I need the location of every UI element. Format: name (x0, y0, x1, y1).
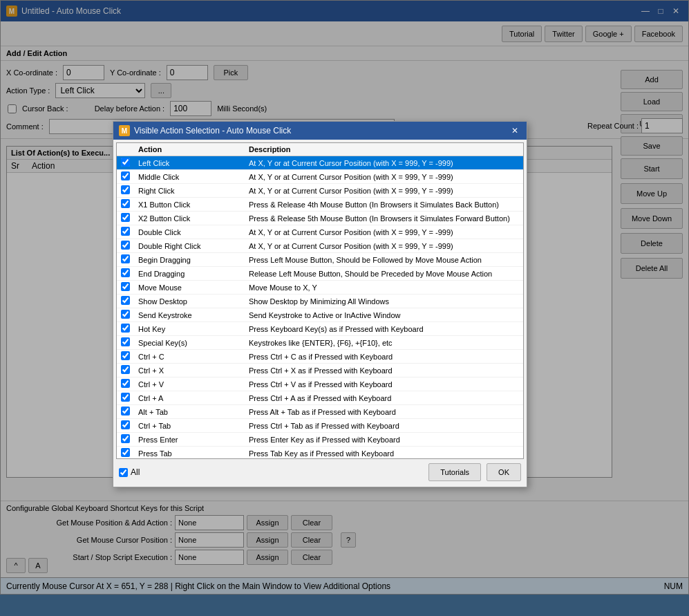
table-row[interactable]: Press TabPress Tab Key as if Pressed wit… (117, 447, 523, 460)
row-description: Press Left Mouse Button, Should be Follo… (245, 253, 523, 267)
row-description: Show Desktop by Minimizing All Windows (245, 295, 523, 308)
row-description: At X, Y or at Current Cursor Position (w… (245, 170, 523, 184)
table-row[interactable]: Ctrl + VPress Ctrl + V as if Pressed wit… (117, 377, 523, 391)
table-row[interactable]: End DraggingRelease Left Mouse Button, S… (117, 267, 523, 281)
row-checkbox[interactable] (121, 337, 130, 346)
row-checkbox[interactable] (121, 407, 130, 416)
modal-title-bar: M Visible Action Selection - Auto Mouse … (113, 122, 527, 140)
table-row[interactable]: Ctrl + APress Ctrl + A as if Pressed wit… (117, 391, 523, 405)
row-checkbox[interactable] (121, 379, 130, 388)
row-description: Move Mouse to X, Y (245, 281, 523, 295)
modal-footer-right: Tutorials OK (428, 463, 521, 481)
row-checkbox[interactable] (121, 158, 130, 167)
row-checkbox[interactable] (121, 365, 130, 374)
row-action: X1 Button Click (134, 198, 245, 212)
row-checkbox[interactable] (121, 282, 130, 291)
row-description: Keystrokes like {ENTER}, {F6}, +{F10}, e… (245, 336, 523, 350)
row-description: Press Ctrl + C as if Pressed with Keyboa… (245, 350, 523, 364)
row-description: Press Ctrl + Tab as if Pressed with Keyb… (245, 419, 523, 433)
row-description: Press & Release 4th Mouse Button (In Bro… (245, 198, 523, 212)
table-row[interactable]: Hot KeyPress Keyboard Key(s) as if Press… (117, 322, 523, 336)
table-row[interactable]: Ctrl + TabPress Ctrl + Tab as if Pressed… (117, 419, 523, 433)
row-description: Release Left Mouse Button, Should be Pre… (245, 267, 523, 281)
modal-close-button[interactable]: ✕ (509, 124, 521, 137)
row-checkbox[interactable] (121, 393, 130, 402)
row-action: Alt + Tab (134, 405, 245, 419)
modal-body: Action Description Left ClickAt X, Y or … (113, 140, 527, 487)
table-row[interactable]: Press EnterPress Enter Key as if Pressed… (117, 433, 523, 447)
row-action: Double Right Click (134, 239, 245, 253)
row-action: Hot Key (134, 322, 245, 336)
table-row[interactable]: Double Right ClickAt X, Y or at Current … (117, 239, 523, 253)
row-description: Press Keyboard Key(s) as if Pressed with… (245, 322, 523, 336)
table-row[interactable]: X1 Button ClickPress & Release 4th Mouse… (117, 198, 523, 212)
table-row[interactable]: Show DesktopShow Desktop by Minimizing A… (117, 295, 523, 308)
row-checkbox[interactable] (121, 227, 130, 236)
row-action: Middle Click (134, 170, 245, 184)
th-description: Description (245, 143, 523, 156)
row-description: At X, Y or at Current Cursor Position (w… (245, 184, 523, 198)
row-action: Begin Dragging (134, 253, 245, 267)
modal-table: Action Description Left ClickAt X, Y or … (117, 143, 523, 459)
row-checkbox[interactable] (121, 213, 130, 222)
modal-title: Visible Action Selection - Auto Mouse Cl… (134, 126, 291, 136)
row-description: Press Ctrl + V as if Pressed with Keyboa… (245, 377, 523, 391)
row-description: At X, Y or at Current Cursor Position (w… (245, 156, 523, 170)
row-checkbox[interactable] (121, 268, 130, 277)
row-checkbox[interactable] (121, 254, 130, 263)
modal-icon: M (119, 125, 130, 136)
row-action: Double Click (134, 225, 245, 239)
row-action: Ctrl + X (134, 364, 245, 377)
row-action: Show Desktop (134, 295, 245, 308)
row-action: Move Mouse (134, 281, 245, 295)
table-row[interactable]: Ctrl + XPress Ctrl + X as if Pressed wit… (117, 364, 523, 377)
row-action: Press Enter (134, 433, 245, 447)
row-action: Press Tab (134, 447, 245, 460)
row-description: Send Keystroke to Active or InActive Win… (245, 308, 523, 322)
row-action: Left Click (134, 156, 245, 170)
table-row[interactable]: Double ClickAt X, Y or at Current Cursor… (117, 225, 523, 239)
row-checkbox[interactable] (121, 241, 130, 250)
table-row[interactable]: X2 Button ClickPress & Release 5th Mouse… (117, 212, 523, 225)
row-action: Ctrl + Tab (134, 419, 245, 433)
table-row[interactable]: Ctrl + CPress Ctrl + C as if Pressed wit… (117, 350, 523, 364)
row-checkbox[interactable] (121, 448, 130, 457)
table-row[interactable]: Left ClickAt X, Y or at Current Cursor P… (117, 156, 523, 170)
row-description: Press Ctrl + X as if Pressed with Keyboa… (245, 364, 523, 377)
row-description: Press Alt + Tab as if Pressed with Keybo… (245, 405, 523, 419)
table-row[interactable]: Move MouseMove Mouse to X, Y (117, 281, 523, 295)
modal-table-header: Action Description (117, 143, 523, 156)
row-description: At X, Y or at Current Cursor Position (w… (245, 225, 523, 239)
row-checkbox[interactable] (121, 434, 130, 443)
modal-footer: All Tutorials OK (116, 459, 524, 484)
row-description: Press Ctrl + A as if Pressed with Keyboa… (245, 391, 523, 405)
row-action: X2 Button Click (134, 212, 245, 225)
modal-dialog: M Visible Action Selection - Auto Mouse … (113, 121, 527, 487)
row-checkbox[interactable] (121, 171, 130, 180)
row-action: Ctrl + V (134, 377, 245, 391)
table-row[interactable]: Begin DraggingPress Left Mouse Button, S… (117, 253, 523, 267)
row-checkbox[interactable] (121, 351, 130, 360)
row-checkbox[interactable] (121, 185, 130, 194)
row-checkbox[interactable] (121, 420, 130, 429)
row-checkbox[interactable] (121, 324, 130, 333)
row-description: At X, Y or at Current Cursor Position (w… (245, 239, 523, 253)
row-checkbox[interactable] (121, 199, 130, 208)
table-row[interactable]: Right ClickAt X, Y or at Current Cursor … (117, 184, 523, 198)
modal-table-container[interactable]: Action Description Left ClickAt X, Y or … (116, 142, 524, 459)
table-row[interactable]: Middle ClickAt X, Y or at Current Cursor… (117, 170, 523, 184)
row-action: Ctrl + C (134, 350, 245, 364)
row-action: Special Key(s) (134, 336, 245, 350)
ok-button[interactable]: OK (487, 463, 521, 481)
table-row[interactable]: Alt + TabPress Alt + Tab as if Pressed w… (117, 405, 523, 419)
row-action: End Dragging (134, 267, 245, 281)
tutorials-button[interactable]: Tutorials (428, 463, 481, 481)
row-description: Press Enter Key as if Pressed with Keybo… (245, 433, 523, 447)
row-checkbox[interactable] (121, 296, 130, 305)
table-row[interactable]: Special Key(s)Keystrokes like {ENTER}, {… (117, 336, 523, 350)
row-description: Press & Release 5th Mouse Button (In Bro… (245, 212, 523, 225)
row-checkbox[interactable] (121, 310, 130, 319)
all-label: All (131, 467, 140, 477)
all-checkbox[interactable] (119, 468, 128, 477)
table-row[interactable]: Send KeystrokeSend Keystroke to Active o… (117, 308, 523, 322)
